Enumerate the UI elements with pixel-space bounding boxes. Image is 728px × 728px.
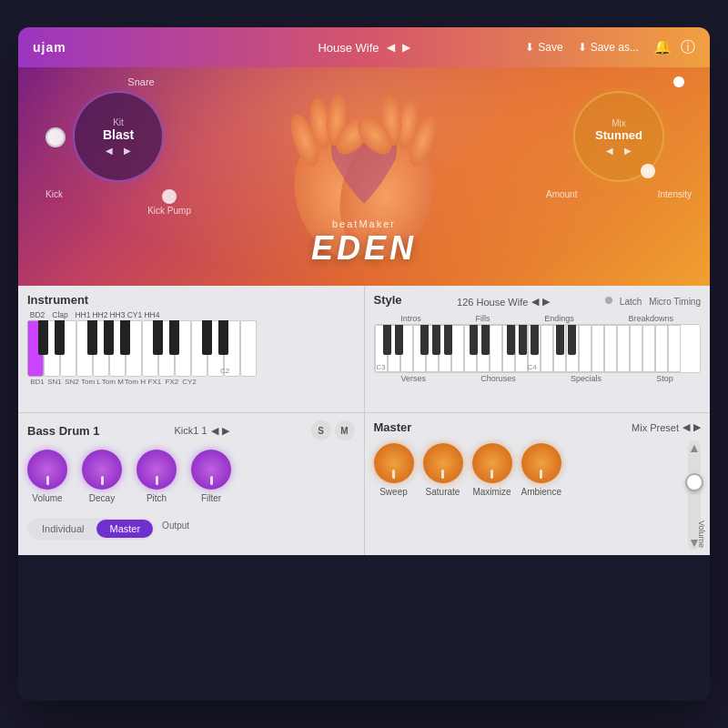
master-next-button[interactable]: ▶ xyxy=(693,421,701,433)
kit-prev-button[interactable]: ◀ xyxy=(106,146,113,156)
style-key[interactable] xyxy=(451,325,464,372)
bass-panel: Bass Drum 1 Kick1 1 ◀ ▶ S M xyxy=(18,413,365,555)
piano-black-key[interactable] xyxy=(104,320,114,355)
style-key[interactable] xyxy=(642,325,655,372)
kit-knob[interactable]: Kit Blast ◀ ▶ xyxy=(73,91,164,182)
master-header: Master Mix Preset ◀ ▶ xyxy=(374,420,702,434)
bottom-section: Instrument BD2 Clap HH1 HH2 HH3 CY1 HH4 xyxy=(18,286,710,555)
master-panel: Master Mix Preset ◀ ▶ Sweep xyxy=(365,413,711,555)
mix-prev-button[interactable]: ◀ xyxy=(606,146,613,156)
style-next-button[interactable]: ▶ xyxy=(542,296,550,308)
solo-button[interactable]: S xyxy=(311,420,331,440)
style-key[interactable] xyxy=(592,325,604,372)
pitch-knob[interactable] xyxy=(136,450,177,490)
bass-next-button[interactable]: ▶ xyxy=(222,425,229,437)
maximize-knob-indicator xyxy=(490,470,493,479)
inst-label-clap: Clap xyxy=(46,310,74,319)
right-top-knob[interactable] xyxy=(673,76,684,87)
hero-section: Snare Kit Blast ◀ ▶ Kick xyxy=(18,67,710,286)
piano-black-key[interactable] xyxy=(202,320,212,355)
piano-black-key[interactable] xyxy=(120,320,130,355)
micro-timing-label[interactable]: Micro Timing xyxy=(649,297,701,307)
bass-knobs-row: Volume Decay Pitch xyxy=(27,450,355,503)
slider-thumb[interactable] xyxy=(685,473,703,491)
maximize-knob[interactable] xyxy=(472,443,512,483)
style-key[interactable] xyxy=(655,325,668,372)
brand-area: beatMaker EDEN xyxy=(311,218,417,268)
style-piano[interactable]: C3 C4 xyxy=(374,324,702,373)
style-label-verses: Verses xyxy=(401,374,427,383)
maximize-label: Maximize xyxy=(472,487,511,497)
mix-arrows: ◀ ▶ xyxy=(606,146,632,156)
master-prev-button[interactable]: ◀ xyxy=(682,421,690,433)
volume-up-arrow[interactable]: ▲ xyxy=(688,440,701,455)
kit-next-button[interactable]: ▶ xyxy=(124,146,131,156)
inst-bottom-bd1: BD1 xyxy=(29,378,46,386)
info-icon[interactable]: ⓘ xyxy=(681,38,695,57)
piano-black-key[interactable] xyxy=(55,320,65,355)
decay-knob[interactable] xyxy=(82,450,122,490)
latch-micro: Latch Micro Timing xyxy=(605,297,701,307)
style-key[interactable] xyxy=(617,325,630,372)
kit-label: Kit xyxy=(113,117,124,127)
inst-label-hh1: HH1 xyxy=(75,310,91,319)
style-title: Style xyxy=(374,293,402,307)
snare-knob[interactable] xyxy=(46,127,66,147)
latch-dot xyxy=(605,297,612,304)
style-key[interactable] xyxy=(604,325,617,372)
style-key[interactable] xyxy=(541,325,553,372)
piano-black-key[interactable] xyxy=(169,320,179,355)
piano-black-key[interactable] xyxy=(153,320,163,355)
style-key[interactable] xyxy=(490,325,502,372)
kick-pump-knob[interactable] xyxy=(162,189,177,204)
volume-knob[interactable] xyxy=(27,450,67,490)
filter-knob[interactable] xyxy=(191,450,231,490)
inst-bottom-tomh: Tom H xyxy=(125,378,146,386)
next-preset-button[interactable]: ▶ xyxy=(402,41,410,54)
mix-knob-area: Mix Stunned ◀ ▶ Amount Intensity xyxy=(546,91,692,199)
style-prev-button[interactable]: ◀ xyxy=(531,296,539,308)
instrument-title: Instrument xyxy=(27,293,355,307)
ambience-knob[interactable] xyxy=(521,443,561,483)
master-button[interactable]: Master xyxy=(96,520,153,538)
bass-master-row: Bass Drum 1 Kick1 1 ◀ ▶ S M xyxy=(18,413,710,555)
piano-key-w[interactable] xyxy=(240,320,257,377)
inst-bottom-sn1: SN1 xyxy=(46,378,63,386)
app-container: ujam House Wife ◀ ▶ ⬇ Save ⬇ Save as... … xyxy=(18,27,710,701)
save-button[interactable]: ⬇ Save xyxy=(525,41,562,54)
save-as-button[interactable]: ⬇ Save as... xyxy=(578,41,639,54)
notification-icon[interactable]: 🔔 xyxy=(653,38,672,57)
prev-preset-button[interactable]: ◀ xyxy=(387,41,395,54)
bass-preset-name: Kick1 1 xyxy=(174,425,207,436)
mix-next-button[interactable]: ▶ xyxy=(624,146,632,156)
saturate-knob[interactable] xyxy=(423,443,463,483)
sweep-knob-indicator xyxy=(392,470,395,479)
left-panel: Snare Kit Blast ◀ ▶ Kick xyxy=(36,76,200,277)
piano-black-key[interactable] xyxy=(218,320,228,355)
amount-small-knob[interactable] xyxy=(641,164,655,178)
style-panel: Style 126 House Wife ◀ ▶ Latch Micro Tim… xyxy=(365,286,711,412)
amount-label: Amount xyxy=(546,189,577,199)
piano-black-key[interactable] xyxy=(38,320,48,355)
style-key[interactable] xyxy=(630,325,642,372)
preset-nav: House Wife ◀ ▶ xyxy=(318,41,410,55)
inst-bottom-sn2: SN2 xyxy=(64,378,80,386)
piano-black-key[interactable] xyxy=(87,320,97,355)
volume-knob-item: Volume xyxy=(27,450,67,503)
mix-label: Mix xyxy=(612,118,626,128)
bass-prev-button[interactable]: ◀ xyxy=(211,425,218,437)
inst-bottom-fx2: FX2 xyxy=(164,378,180,386)
instrument-piano[interactable]: C2 xyxy=(27,320,355,377)
sweep-knob[interactable] xyxy=(374,443,414,483)
mute-button[interactable]: M xyxy=(335,420,355,440)
style-key[interactable] xyxy=(668,325,681,372)
top-bar-right: ⬇ Save ⬇ Save as... 🔔 ⓘ xyxy=(525,38,695,57)
saturate-label: Saturate xyxy=(426,487,460,497)
sweep-label: Sweep xyxy=(379,487,408,497)
style-key[interactable] xyxy=(579,325,592,372)
preset-name: House Wife xyxy=(318,41,379,55)
individual-button[interactable]: Individual xyxy=(29,520,96,538)
style-preset: 126 House Wife ◀ ▶ xyxy=(457,296,550,308)
inst-bottom-cy2: CY2 xyxy=(181,378,197,386)
latch-label[interactable]: Latch xyxy=(620,297,642,307)
